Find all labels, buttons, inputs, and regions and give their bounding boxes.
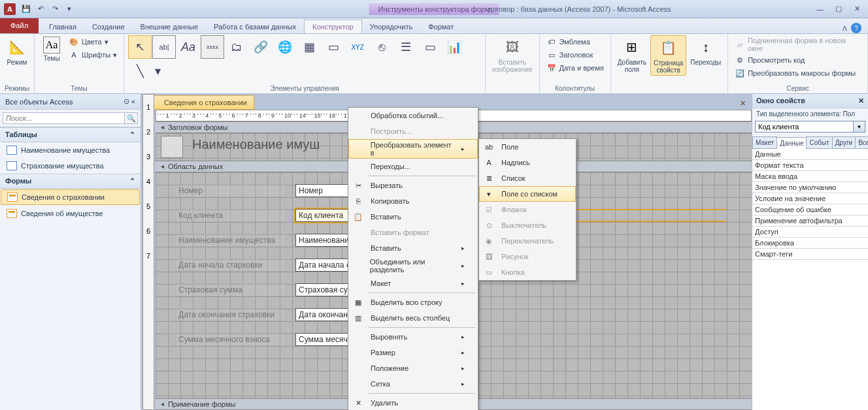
menu-item[interactable]: ✕Удалить	[348, 395, 478, 410]
form-logo[interactable]	[161, 136, 183, 158]
menu-item[interactable]: ≣Список	[479, 170, 576, 186]
property-element-combo[interactable]: ▼	[755, 121, 865, 133]
subform-button[interactable]: ▱Подчиненная форма в новом окне	[732, 35, 863, 54]
minimize-button[interactable]: —	[812, 3, 829, 15]
dropdown-icon[interactable]: ▼	[854, 121, 865, 133]
minimize-ribbon-icon[interactable]: ᐱ	[843, 25, 847, 32]
property-row[interactable]: Условие на значение	[752, 193, 868, 204]
close-button[interactable]: ✕	[848, 3, 865, 15]
property-row[interactable]: Значение по умолчанию	[752, 182, 868, 193]
help-icon[interactable]: ?	[851, 23, 861, 33]
nav-item-form[interactable]: Сведения об имуществе	[0, 206, 141, 221]
property-row[interactable]: Сообщение об ошибке	[752, 204, 868, 215]
property-row[interactable]: Доступ	[752, 227, 868, 238]
property-tab[interactable]: Макет	[752, 136, 777, 148]
menu-item[interactable]: abПоле	[479, 139, 576, 155]
close-icon[interactable]: ✕	[858, 97, 864, 105]
tab-database[interactable]: Работа с базами данных	[206, 20, 304, 33]
themes-button[interactable]: Aa Темы	[39, 35, 65, 63]
nav-item-form[interactable]: Сведения о страховании	[1, 189, 140, 205]
menu-item[interactable]: AНадпись	[479, 155, 576, 170]
textbox-icon[interactable]: ab|	[152, 35, 176, 59]
group-icon[interactable]: ▭	[322, 35, 345, 59]
property-element-input[interactable]	[755, 121, 854, 133]
menu-item[interactable]: Обработка событий...	[348, 108, 478, 123]
view-button[interactable]: 📐 Режим	[4, 35, 30, 67]
search-icon[interactable]: 🔍	[125, 112, 138, 124]
menu-item[interactable]: Размер▸	[348, 345, 478, 360]
line-icon[interactable]: ╲	[128, 59, 152, 83]
property-row[interactable]: Смарт-теги	[752, 249, 868, 260]
add-fields-button[interactable]: ⊞ Добавить поля	[615, 35, 649, 74]
insert-image-button[interactable]: 🖼 Вставить изображение	[490, 35, 535, 74]
emblem-button[interactable]: 🏷Эмблема	[544, 35, 607, 48]
field-label[interactable]: Наименование имущества	[175, 234, 286, 247]
save-icon[interactable]: 💾	[20, 3, 33, 16]
menu-item[interactable]: ⎘Копировать	[348, 193, 478, 209]
property-row[interactable]: Блокировка	[752, 238, 868, 249]
nav-item-table[interactable]: Наименование имущества	[0, 142, 141, 158]
menu-item[interactable]: Переходы...	[348, 159, 478, 174]
menu-item[interactable]: Выровнять▸	[348, 329, 478, 345]
rect-icon[interactable]: ▭	[418, 35, 442, 59]
property-tab[interactable]: Все	[855, 136, 868, 148]
field-label[interactable]: Страховая сумма	[175, 283, 286, 296]
view-code-button[interactable]: ⚙Просмотреть код	[732, 54, 863, 67]
qat-dropdown-icon[interactable]: ▾	[63, 3, 76, 16]
button-icon[interactable]: xxxx	[201, 35, 224, 59]
pointer-icon[interactable]: ↖	[128, 35, 152, 59]
close-tab-button[interactable]: ✕	[737, 98, 748, 108]
tab-home[interactable]: Главная	[41, 20, 84, 33]
property-row[interactable]: Применение автофильтра	[752, 215, 868, 227]
redo-icon[interactable]: ↷	[48, 3, 61, 16]
property-tab[interactable]: Други	[832, 136, 856, 148]
fonts-button[interactable]: AШрифты ▾	[66, 48, 120, 61]
menu-item[interactable]: ▦Выделить всю строку	[348, 294, 478, 310]
document-tab[interactable]: Сведения о страховании	[144, 95, 254, 110]
field-label[interactable]: Сумма месячного взноса	[175, 333, 286, 346]
list-icon[interactable]: ☰	[394, 35, 418, 59]
menu-item[interactable]: Преобразовать элемент в▸	[348, 139, 478, 159]
link-icon[interactable]: 🔗	[249, 35, 273, 59]
nav-group-forms[interactable]: Формы⌃	[0, 174, 141, 189]
label-icon[interactable]: Aa	[176, 35, 200, 59]
search-input[interactable]	[3, 112, 125, 124]
tab-design[interactable]: Конструктор	[304, 20, 362, 33]
datetime-button[interactable]: 📅Дата и время	[544, 61, 607, 74]
menu-item[interactable]: ✂Вырезать	[348, 178, 478, 193]
chart-icon[interactable]: 📊	[442, 35, 466, 59]
property-sheet-button[interactable]: 📋 Страница свойств	[650, 35, 686, 76]
pagebreak-icon[interactable]: ⎋	[370, 35, 393, 59]
tab-create[interactable]: Создание	[84, 20, 133, 33]
tab-format[interactable]: Формат	[420, 20, 461, 33]
menu-item[interactable]: Вставить▸	[348, 240, 478, 256]
property-row[interactable]: Данные	[752, 149, 868, 160]
menu-item[interactable]: ▾Поле со списком	[479, 186, 576, 202]
tab-external[interactable]: Внешние данные	[133, 20, 206, 33]
controls-gallery[interactable]: ↖ ab| Aa xxxx 🗂 🔗 🌐 ▦ ▭ XYZ ⎋ ☰ ▭ 📊 ╲ ▾	[128, 35, 481, 83]
collapse-icon[interactable]: ⌃	[129, 177, 135, 185]
web-icon[interactable]: 🌐	[273, 35, 297, 59]
property-row[interactable]: Маска ввода	[752, 171, 868, 182]
tab-order-button[interactable]: ↕ Переходы	[688, 35, 724, 67]
field-label[interactable]: Дата окончания страховки	[175, 308, 286, 321]
property-row[interactable]: Формат текста	[752, 160, 868, 171]
property-tab[interactable]: Данные	[776, 137, 807, 149]
field-label[interactable]: Код клиента	[175, 209, 286, 222]
menu-item[interactable]: Положение▸	[348, 360, 478, 376]
field-label[interactable]: Дата начала старховки	[175, 259, 286, 272]
nav-item-table[interactable]: Страхование имущества	[0, 158, 141, 174]
nav-dropdown-icon[interactable]: ⊙ «	[124, 97, 135, 106]
menu-item[interactable]: 📋Вставить	[348, 209, 478, 225]
nav-icon[interactable]: ▦	[297, 35, 321, 59]
tab-arrange[interactable]: Упорядочить	[362, 20, 420, 33]
combo-icon[interactable]: XYZ	[346, 35, 369, 59]
field-label[interactable]: Номер	[175, 184, 286, 197]
tab-icon[interactable]: 🗂	[225, 35, 248, 59]
menu-item[interactable]: ▥Выделить весь столбец	[348, 310, 478, 326]
file-tab[interactable]: Файл	[0, 18, 39, 33]
collapse-icon[interactable]: ⌃	[129, 131, 135, 139]
form-title-label[interactable]: Наименование имуш	[192, 137, 320, 152]
title-button[interactable]: ▭Заголовок	[544, 48, 607, 61]
colors-button[interactable]: 🎨Цвета ▾	[66, 35, 120, 48]
